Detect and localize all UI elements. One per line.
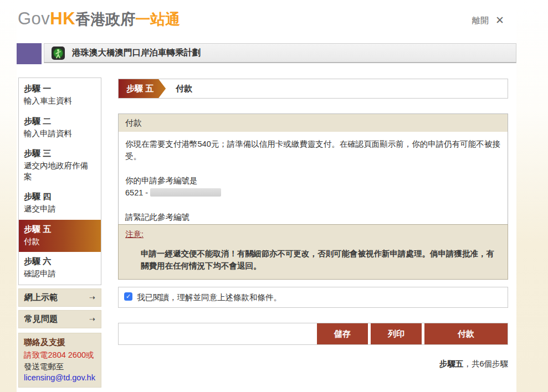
payment-box-heading: 付款 — [119, 114, 508, 132]
contact-support-box: 聯絡及支援 請致電2804 2600或 發送電郵至 licensing@td.g… — [18, 333, 101, 388]
sidebar-step-2: 步驟 二 輸入申請資料 — [19, 112, 101, 145]
note-label: 注意: — [125, 230, 144, 239]
sidebar-item-faq[interactable]: 常見問題 ⇢ — [18, 310, 101, 328]
page-content: GovHK香港政府一站通 離開 ✕ 港珠澳大橋澳門口岸泊車轉乘計劃 步驟 一 輸… — [17, 0, 516, 392]
logo-gov: Gov — [18, 9, 50, 28]
payment-instructions: 你現在需要支付港幣540元；請準備以信用卡或繳費靈支付。在確認頁面顯示前，你的申… — [125, 138, 501, 163]
print-button[interactable]: 列印 — [371, 323, 422, 344]
contact-email-label: 發送電郵至 — [24, 362, 96, 372]
arrow-right-icon: ⇢ — [89, 293, 95, 302]
agree-label: 我已閱讀，理解並同意上述條款和條件。 — [137, 292, 281, 303]
agree-checkbox[interactable]: ✓ — [124, 292, 132, 301]
remember-reference-note: 請緊記此參考編號 — [125, 211, 501, 223]
leave-link[interactable]: 離開 — [472, 16, 489, 26]
step-progress: 步驟五，共6個步驟 — [439, 359, 508, 369]
step-banner-chevron: 步驟 五 — [119, 79, 166, 98]
logo-hk: HK — [50, 9, 75, 28]
pay-button[interactable]: 付款 — [424, 323, 508, 344]
payment-box: 付款 你現在需要支付港幣540元；請準備以信用卡或繳費靈支付。在確認頁面顯示前，… — [118, 114, 508, 231]
title-band: 港珠澳大橋澳門口岸泊車轉乘計劃 — [17, 43, 516, 64]
logo-chinese-orange: 一站通 — [135, 11, 180, 28]
redacted-reference-number — [150, 188, 221, 197]
step-banner: 步驟 五 付款 — [118, 79, 508, 99]
reference-number-label: 你的申請參考編號是 — [125, 174, 501, 187]
action-button-bar: 儲存 列印 付款 — [118, 323, 508, 345]
save-button[interactable]: 儲存 — [317, 323, 368, 344]
sidebar-step-1: 步驟 一 輸入車主資料 — [19, 79, 101, 112]
sidebar-step-3: 步驟 三 遞交內地政府作備案 — [19, 144, 101, 187]
arrow-right-icon: ⇢ — [89, 315, 95, 323]
reference-number-line: 6521 - — [125, 187, 501, 199]
sidebar: 步驟 一 輸入車主資料 步驟 二 輸入申請資料 步驟 三 遞交內地政府作備案 步… — [18, 78, 101, 388]
close-icon[interactable]: ✕ — [495, 14, 504, 27]
contact-title: 聯絡及支援 — [24, 337, 96, 348]
purple-accent-block — [17, 43, 42, 64]
service-title-bar: 港珠澳大橋澳門口岸泊車轉乘計劃 — [44, 43, 516, 63]
note-text: 申請一經遞交便不能取消！有關細節亦不可更改，否則可能會被視作新申請處理。倘申請獲… — [141, 247, 501, 272]
steps-nav: 步驟 一 輸入車主資料 步驟 二 輸入申請資料 步驟 三 遞交內地政府作備案 步… — [18, 78, 101, 285]
sidebar-step-4: 步驟 四 遞交申請 — [19, 187, 101, 220]
sidebar-item-online-demo[interactable]: 網上示範 ⇢ — [18, 288, 101, 307]
sidebar-step-6: 步驟 六 確認申請 — [19, 252, 101, 285]
service-title: 港珠澳大橋澳門口岸泊車轉乘計劃 — [72, 47, 201, 59]
contact-phone: 請致電2804 2600或 — [24, 350, 96, 360]
traffic-light-icon — [51, 46, 65, 60]
govhk-logo: GovHK香港政府一站通 — [18, 9, 180, 29]
sidebar-step-5-active: 步驟 五 付款 — [19, 220, 101, 252]
note-box: 注意: 申請一經遞交便不能取消！有關細節亦不可更改，否則可能會被視作新申請處理。… — [118, 224, 508, 280]
contact-email-link[interactable]: licensing@td.gov.hk — [24, 373, 96, 382]
step-banner-title: 付款 — [176, 84, 192, 94]
agreement-box: ✓ 我已閱讀，理解並同意上述條款和條件。 — [118, 287, 508, 308]
logo-chinese-gray: 香港政府 — [75, 11, 135, 28]
